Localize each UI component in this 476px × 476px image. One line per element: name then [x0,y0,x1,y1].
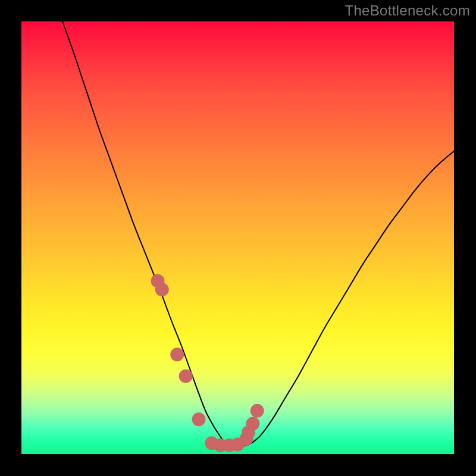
highlight-marker [192,412,206,426]
highlight-marker [250,404,264,418]
highlight-marker [246,417,259,431]
chart-frame [21,21,454,454]
black-curve [62,21,454,446]
highlight-marker [155,283,169,296]
highlight-marker [170,347,184,361]
chart-svg [21,21,454,454]
highlight-marker [179,369,193,383]
watermark-text: TheBottleneck.com [345,2,470,19]
highlight-markers-group [151,274,264,452]
